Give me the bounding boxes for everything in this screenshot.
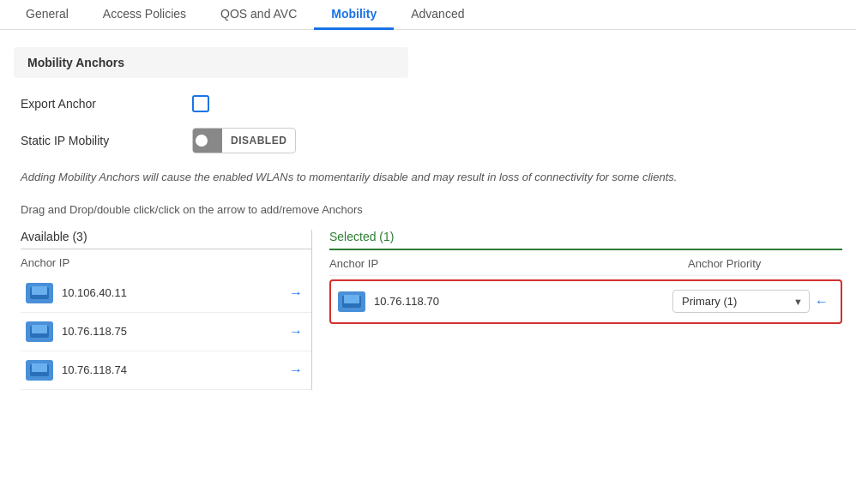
export-anchor-row: Export Anchor <box>14 95 842 112</box>
available-row-0[interactable]: 10.106.40.11 → <box>21 274 311 313</box>
available-ip-1: 10.76.118.75 <box>62 325 286 338</box>
selected-row-wrapper: 10.76.118.70 Primary (1) Secondary (2) T… <box>329 279 842 324</box>
selected-ip-0: 10.76.118.70 <box>374 295 672 308</box>
available-title: Available (3) <box>21 230 311 249</box>
tab-general[interactable]: General <box>9 0 86 30</box>
export-anchor-checkbox[interactable] <box>192 95 209 112</box>
static-ip-row: Static IP Mobility DISABLED <box>14 128 842 153</box>
add-anchor-1-button[interactable]: → <box>286 321 306 342</box>
add-anchor-0-button[interactable]: → <box>286 283 306 303</box>
remove-anchor-0-button[interactable]: ← <box>810 290 834 314</box>
available-col-header: Anchor IP <box>21 249 311 274</box>
tab-mobility[interactable]: Mobility <box>314 0 394 30</box>
static-ip-toggle[interactable]: DISABLED <box>192 128 296 153</box>
available-row-1[interactable]: 10.76.118.75 → <box>21 313 311 351</box>
anchor-area: Available (3) Anchor IP 10.106.40.11 → 1… <box>14 230 842 390</box>
info-text: Adding Mobility Anchors will cause the e… <box>14 169 842 186</box>
priority-select-wrapper: Primary (1) Secondary (2) Tertiary (3) ▼ <box>672 290 810 313</box>
selected-device-icon-0 <box>338 291 365 312</box>
toggle-track <box>193 129 222 153</box>
priority-select-0[interactable]: Primary (1) Secondary (2) Tertiary (3) <box>672 290 810 313</box>
static-ip-label: Static IP Mobility <box>21 134 192 147</box>
selected-row-0: 10.76.118.70 Primary (1) Secondary (2) T… <box>331 281 841 322</box>
section-header: Mobility Anchors <box>14 47 408 78</box>
toggle-label: DISABLED <box>222 131 295 150</box>
tab-advanced[interactable]: Advanced <box>394 0 481 30</box>
selected-col-headers: Anchor IP Anchor Priority <box>329 250 842 276</box>
selected-col-priority: Anchor Priority <box>688 257 842 270</box>
available-panel: Available (3) Anchor IP 10.106.40.11 → 1… <box>21 230 312 390</box>
selected-panel: Selected (1) Anchor IP Anchor Priority 1… <box>312 230 842 390</box>
export-anchor-label: Export Anchor <box>21 97 192 111</box>
device-icon-1 <box>26 321 53 342</box>
available-anchor-list: 10.106.40.11 → 10.76.118.75 → 10.76.118.… <box>21 274 311 390</box>
main-content: Mobility Anchors Export Anchor Static IP… <box>0 30 856 407</box>
selected-title: Selected (1) <box>329 230 842 250</box>
available-row-2[interactable]: 10.76.118.74 → <box>21 351 311 390</box>
tab-bar: General Access Policies QOS and AVC Mobi… <box>0 0 856 30</box>
available-ip-2: 10.76.118.74 <box>62 363 286 376</box>
add-anchor-2-button[interactable]: → <box>286 360 306 381</box>
drag-hint: Drag and Drop/double click/click on the … <box>14 203 842 216</box>
tab-qos-avc[interactable]: QOS and AVC <box>203 0 314 30</box>
tab-access-policies[interactable]: Access Policies <box>86 0 203 30</box>
available-ip-0: 10.106.40.11 <box>62 286 286 299</box>
device-icon-2 <box>26 360 53 381</box>
toggle-thumb <box>196 135 208 147</box>
selected-col-anchor-ip: Anchor IP <box>329 257 688 270</box>
device-icon-0 <box>26 283 53 303</box>
